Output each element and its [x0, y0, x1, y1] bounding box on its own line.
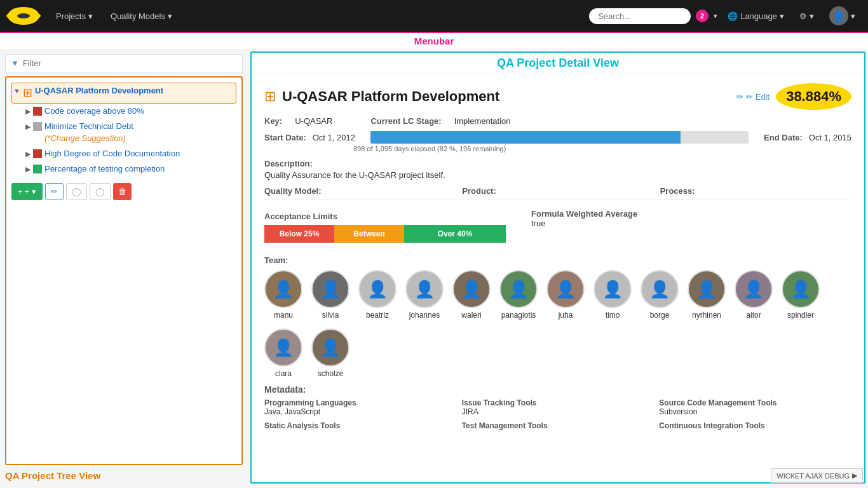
avatar-beatriz: 👤	[358, 270, 397, 308]
team-member-aitor[interactable]: 👤aitor	[735, 270, 773, 320]
move-down-icon: ◯	[95, 187, 105, 196]
team-member-juha[interactable]: 👤juha	[546, 270, 585, 320]
edit-project-button[interactable]: ✏ ✏ Edit	[736, 92, 770, 102]
member-name-spindler: spindler	[787, 311, 814, 320]
team-member-borge[interactable]: 👤borge	[641, 270, 679, 320]
left-panel: ▼ Filter ▼ ⊞ U-QASAR Platform Developmen…	[0, 49, 248, 486]
edit-button[interactable]: ✏	[45, 183, 64, 200]
formula-value: true	[531, 219, 637, 228]
team-member-beatriz[interactable]: 👤beatriz	[358, 270, 397, 320]
team-member-scholze[interactable]: 👤scholze	[311, 329, 349, 378]
team-member-spindler[interactable]: 👤spindler	[782, 270, 820, 320]
team-member-timo[interactable]: 👤timo	[593, 270, 632, 320]
member-name-clara: clara	[275, 369, 292, 378]
tree-view-label: QA Project Tree View	[5, 470, 243, 481]
key-label: Key:	[264, 116, 282, 126]
quality-product-process-row: Quality Model: Product: Process:	[264, 186, 851, 200]
programming-lang-col: Programming Languages Java, JavaScript	[264, 398, 457, 416]
expand-arrow: ▶	[25, 122, 31, 132]
quality-model-label: Quality Model:	[264, 186, 456, 196]
member-name-juha: juha	[559, 311, 573, 320]
app-logo[interactable]	[8, 7, 39, 25]
avatar-clara: 👤	[264, 329, 302, 367]
tree-children: ▶ Code coverage above 80% ▶ Minimize Tec…	[24, 104, 236, 177]
wicket-debug-button[interactable]: WICKET AJAX DEBUG ▶	[771, 468, 863, 483]
right-panel: QA Project Detail View ⊞ U-QASAR Platfor…	[250, 51, 865, 484]
avatar-manu: 👤	[264, 270, 302, 308]
red-flag-icon	[33, 149, 42, 158]
metadata-label: Metadata:	[264, 384, 851, 395]
move-up-button[interactable]: ◯	[66, 183, 87, 200]
quality-models-menu[interactable]: Quality Models ▾	[104, 8, 179, 25]
tree-root-item[interactable]: ▼ ⊞ U-QASAR Platform Development	[11, 83, 236, 104]
red-flag-icon	[33, 107, 42, 116]
expand-arrow: ▶	[25, 165, 31, 174]
team-member-nyrhinen[interactable]: 👤nyrhinen	[688, 270, 726, 320]
gear-icon: ⚙	[799, 11, 807, 21]
programming-lang-label: Programming Languages	[264, 398, 457, 407]
org-chart-icon: ⊞	[23, 85, 32, 101]
team-label: Team:	[264, 255, 851, 265]
tree-item-label-code-doc: High Degree of Code Documentation	[44, 148, 180, 159]
member-name-nyrhinen: nyrhinen	[692, 311, 721, 320]
team-member-panagiotis[interactable]: 👤panagiotis	[499, 270, 538, 320]
avatar-juha: 👤	[546, 270, 585, 308]
tree-actions: + + ▾ ✏ ◯ ◯ 🗑	[11, 183, 236, 200]
tree-item-label-tech-debt: Minimize Technical Debt(*Change Suggesti…	[44, 121, 133, 144]
avatar-panagiotis: 👤	[499, 270, 538, 308]
issue-tracking-label: Issue Tracking Tools	[462, 398, 654, 407]
acceptance-section: Acceptance Limits Below 25% Between Over…	[264, 212, 506, 243]
project-title: U-QASAR Platform Development	[282, 88, 730, 105]
source-code-label: Source Code Management Tools	[659, 398, 851, 407]
tree-item-code-doc[interactable]: ▶ High Degree of Code Documentation	[24, 146, 236, 161]
tree-item-code-coverage[interactable]: ▶ Code coverage above 80%	[24, 104, 236, 119]
tree-item-label-testing: Percentage of testing completion	[44, 163, 165, 175]
key-value: U-QASAR	[295, 116, 332, 126]
avatar-waleri: 👤	[452, 270, 491, 308]
tree-root-label: U-QASAR Platform Development	[35, 85, 163, 97]
avatar-borge: 👤	[641, 270, 679, 308]
avatar-nyrhinen: 👤	[688, 270, 726, 308]
gray-list-icon	[33, 122, 42, 131]
add-button[interactable]: + + ▾	[11, 183, 43, 200]
progress-text: 898 of 1,095 days elapsed (82 %, 196 rem…	[264, 145, 851, 152]
plus-icon: +	[18, 187, 23, 196]
formula-section: Formula Weighted Average true	[531, 209, 637, 228]
filter-icon: ▼	[11, 58, 19, 68]
notifications-badge[interactable]: 2	[696, 10, 709, 22]
language-menu[interactable]: 🌐 Language ▾	[722, 8, 789, 24]
chevron-down-icon: ▾	[810, 11, 814, 21]
team-section: Team: 👤manu👤silvia👤beatriz👤johannes👤wale…	[264, 255, 851, 378]
filter-bar[interactable]: ▼ Filter	[5, 54, 243, 72]
team-member-clara[interactable]: 👤clara	[264, 329, 302, 378]
percentage-badge: 38.884%	[776, 83, 851, 110]
delete-button[interactable]: 🗑	[113, 183, 132, 200]
static-analysis-col: Static Analysis Tools	[264, 421, 457, 430]
member-name-panagiotis: panagiotis	[501, 311, 536, 320]
projects-menu[interactable]: Projects ▾	[50, 8, 99, 25]
progress-row: Start Date: Oct 1, 2012 End Date: Oct 1,…	[264, 131, 851, 144]
search-input[interactable]	[589, 8, 691, 24]
user-menu[interactable]: 👤 ▾	[824, 3, 860, 29]
end-date-label: End Date:	[764, 133, 803, 142]
team-member-manu[interactable]: 👤manu	[264, 270, 302, 320]
team-member-johannes[interactable]: 👤johannes	[405, 270, 444, 320]
edit-icon: ✏	[736, 92, 743, 102]
acceptance-title: Acceptance Limits	[264, 212, 506, 221]
green-flag-icon	[33, 165, 42, 173]
settings-menu[interactable]: ⚙ ▾	[794, 8, 819, 24]
team-member-silvia[interactable]: 👤silvia	[311, 270, 349, 320]
move-down-button[interactable]: ◯	[90, 183, 111, 200]
member-name-beatriz: beatriz	[366, 311, 389, 320]
detail-content: ⊞ U-QASAR Platform Development ✏ ✏ Edit …	[252, 74, 864, 445]
key-lc-row: Key: U-QASAR Current LC Stage: Implement…	[264, 116, 851, 126]
lc-stage-value: Implementation	[454, 116, 511, 126]
ci-col: Continuous Integration Tools	[659, 421, 851, 430]
tree-item-testing[interactable]: ▶ Percentage of testing completion	[24, 161, 236, 177]
filter-label: Filter	[23, 58, 41, 68]
project-title-row: ⊞ U-QASAR Platform Development ✏ ✏ Edit …	[264, 83, 851, 110]
tree-item-tech-debt[interactable]: ▶ Minimize Technical Debt(*Change Sugges…	[24, 119, 236, 146]
issue-tracking-col: Issue Tracking Tools JIRA	[462, 398, 654, 416]
start-date-label: Start Date:	[264, 133, 306, 142]
team-member-waleri[interactable]: 👤waleri	[452, 270, 491, 320]
